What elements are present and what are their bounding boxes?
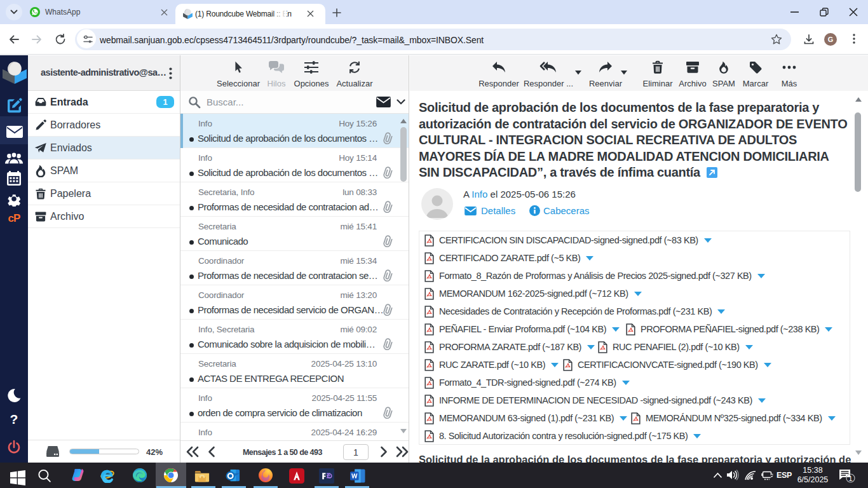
svg-text:1: 1 xyxy=(848,475,852,482)
